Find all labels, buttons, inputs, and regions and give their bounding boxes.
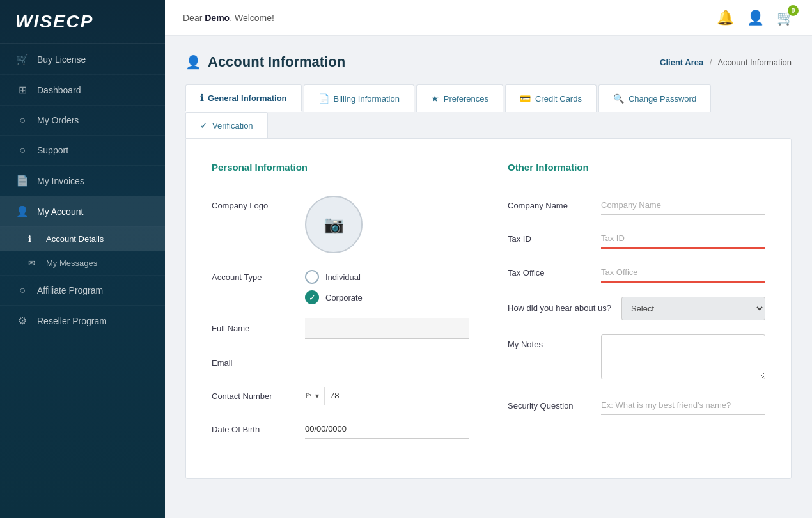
cart-badge: 0: [788, 5, 799, 16]
sidebar-label-support: Support: [37, 145, 68, 155]
how-heard-select[interactable]: Select: [621, 297, 765, 320]
tab-verification[interactable]: ✓ Verification: [185, 112, 268, 138]
tab-verification-icon: ✓: [200, 120, 208, 130]
radio-checked-corporate: ✓: [305, 290, 319, 304]
tax-office-input[interactable]: [601, 263, 765, 283]
tab-label-general: General Information: [208, 93, 287, 103]
sidebar-label-my-invoices: My Invoices: [37, 176, 84, 186]
company-logo-label: Company Logo: [212, 196, 295, 210]
dob-row: Date Of Birth: [212, 420, 469, 439]
my-notes-control: [601, 334, 765, 382]
radio-circle-individual: [305, 270, 319, 284]
tab-password-icon: 🔍: [613, 93, 624, 104]
contact-number-row: Contact Number 🏳 ▾: [212, 386, 469, 405]
sidebar-label-my-orders: My Orders: [37, 115, 79, 125]
security-question-control: [601, 396, 765, 415]
content-area: 👤 Account Information Client Area / Acco…: [165, 36, 812, 518]
security-question-input[interactable]: [601, 396, 765, 415]
security-question-row: Security Question: [508, 396, 765, 415]
phone-row: 🏳 ▾: [305, 386, 469, 405]
breadcrumb-home[interactable]: Client Area: [660, 58, 703, 67]
sidebar-item-dashboard[interactable]: ⊞ Dashboard: [0, 75, 165, 106]
topbar: Dear Demo, Welcome! 🔔 👤 🛒 0: [165, 0, 812, 36]
email-control: [305, 353, 469, 372]
full-name-input[interactable]: [305, 318, 469, 339]
tab-general-information[interactable]: ℹ General Information: [185, 84, 302, 112]
company-name-input[interactable]: [601, 196, 765, 215]
full-name-label: Full Name: [212, 318, 295, 333]
tab-preferences[interactable]: ★ Preferences: [416, 84, 503, 112]
sidebar-sub-label-account-details: Account Details: [46, 234, 104, 244]
account-type-label: Account Type: [212, 267, 295, 282]
form-two-col: Personal Information Company Logo 📷 Acco…: [212, 162, 765, 453]
breadcrumb: Client Area / Account Information: [660, 58, 792, 67]
tab-billing-icon: 📄: [318, 93, 329, 104]
reseller-icon: ⚙: [15, 315, 29, 327]
sidebar-sub-account-details[interactable]: ℹ Account Details: [0, 227, 165, 251]
tax-id-row: Tax ID: [508, 229, 765, 249]
tab-credit-cards[interactable]: 💳 Credit Cards: [505, 84, 597, 112]
my-notes-textarea[interactable]: [601, 334, 765, 379]
sidebar-item-my-account[interactable]: 👤 My Account: [0, 196, 165, 227]
dob-input[interactable]: [305, 420, 469, 439]
tab-change-password[interactable]: 🔍 Change Password: [598, 84, 711, 112]
sidebar-label-reseller: Reseller Program: [37, 316, 107, 326]
how-heard-label: How did you hear about us?: [508, 297, 611, 313]
breadcrumb-current: Account Information: [717, 58, 792, 67]
notifications-icon[interactable]: 🔔: [717, 10, 734, 26]
welcome-suffix: , Welcome!: [230, 13, 274, 23]
sidebar: WISECP 🛒 Buy License ⊞ Dashboard ○ My Or…: [0, 0, 165, 518]
phone-flag-selector[interactable]: 🏳 ▾: [305, 387, 325, 405]
cart-icon: 🛒: [15, 53, 29, 65]
contact-number-control: 🏳 ▾: [305, 386, 469, 405]
personal-section-title: Personal Information: [212, 162, 469, 178]
cart-icon[interactable]: 🛒 0: [777, 10, 794, 26]
contact-number-label: Contact Number: [212, 386, 295, 401]
sidebar-sub-my-messages[interactable]: ✉ My Messages: [0, 251, 165, 276]
tax-id-input[interactable]: [601, 229, 765, 249]
other-section-title: Other Information: [508, 162, 765, 178]
company-logo-control: 📷: [305, 196, 469, 253]
personal-info-section: Personal Information Company Logo 📷 Acco…: [212, 162, 469, 453]
radio-label-corporate: Corporate: [325, 293, 363, 302]
company-logo-row: Company Logo 📷: [212, 196, 469, 253]
dropdown-arrow: ▾: [315, 391, 319, 400]
phone-input[interactable]: [330, 386, 469, 405]
account-type-row: Account Type Individual ✓ Corporate: [212, 267, 469, 304]
messages-icon: ✉: [28, 258, 40, 268]
sidebar-item-buy-license[interactable]: 🛒 Buy License: [0, 44, 165, 75]
tax-id-control: [601, 229, 765, 249]
tab-billing-information[interactable]: 📄 Billing Information: [304, 84, 414, 112]
full-name-control: [305, 318, 469, 339]
other-info-section: Other Information Company Name Tax ID: [508, 162, 765, 453]
email-label: Email: [212, 353, 295, 368]
sidebar-item-affiliate-program[interactable]: ○ Affiliate Program: [0, 276, 165, 306]
sidebar-item-reseller-program[interactable]: ⚙ Reseller Program: [0, 306, 165, 336]
security-question-label: Security Question: [508, 396, 591, 411]
tabs-row-2: ✓ Verification: [185, 112, 792, 138]
tab-preferences-icon: ★: [431, 93, 439, 104]
logo-upload-button[interactable]: 📷: [305, 196, 363, 253]
sidebar-label-dashboard: Dashboard: [37, 85, 81, 95]
radio-individual[interactable]: Individual: [305, 270, 469, 284]
tax-office-label: Tax Office: [508, 263, 591, 278]
invoices-icon: 📄: [15, 175, 29, 187]
radio-label-individual: Individual: [325, 272, 361, 282]
my-notes-label: My Notes: [508, 334, 591, 349]
page-header: 👤 Account Information Client Area / Acco…: [185, 54, 792, 70]
user-icon[interactable]: 👤: [747, 10, 764, 26]
radio-corporate[interactable]: ✓ Corporate: [305, 290, 469, 304]
form-card: Personal Information Company Logo 📷 Acco…: [185, 138, 792, 479]
orders-icon: ○: [15, 114, 29, 126]
sidebar-sub-label-my-messages: My Messages: [46, 258, 97, 268]
tab-label-verification: Verification: [212, 121, 253, 130]
sidebar-item-support[interactable]: ○ Support: [0, 136, 165, 166]
logo: WISECP: [15, 12, 150, 32]
page-title: Account Information: [208, 54, 345, 70]
sidebar-item-my-orders[interactable]: ○ My Orders: [0, 106, 165, 136]
page-title-area: 👤 Account Information: [185, 54, 345, 70]
email-input[interactable]: [305, 353, 469, 372]
sidebar-item-my-invoices[interactable]: 📄 My Invoices: [0, 166, 165, 196]
tax-id-label: Tax ID: [508, 229, 591, 244]
company-name-control: [601, 196, 765, 215]
